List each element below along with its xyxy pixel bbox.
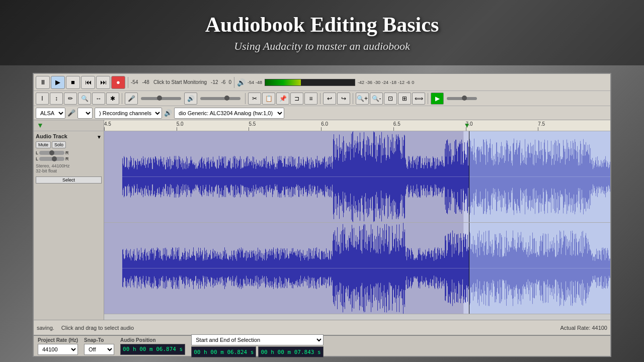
vu-zero: 0 <box>412 80 414 85</box>
input-vu-db1: -12 <box>211 79 218 85</box>
sub-title: Using Audacity to master an audiobook <box>234 40 410 53</box>
mic-level-button[interactable]: 🎤 <box>125 93 138 105</box>
device-toolbar: ALSA 🎤 ) Recording channels 🔊 dio Generi… <box>34 106 610 120</box>
cut-button[interactable]: ✂ <box>248 93 261 105</box>
solo-button[interactable]: Solo <box>52 141 66 148</box>
saving-status: saving. <box>37 325 54 331</box>
hint-text: Click and drag to select audio <box>61 325 134 331</box>
audacity-window: ⏸ ▶ ■ ⏮ ⏭ ● -54 -48 Click to Start Monit… <box>33 73 611 357</box>
selection-times: 00 h 00 m 06.824 s 00 h 00 m 07.843 s <box>191 346 323 357</box>
input-vu-db3: 0 <box>228 79 231 85</box>
start-marker-icon: ▼ <box>37 121 44 129</box>
trim-button[interactable]: ⊐ <box>290 93 303 105</box>
input-vu-db2: -6 <box>221 79 226 85</box>
speaker-icon: 🔊 <box>237 78 246 86</box>
waveform-canvas-bottom <box>104 223 610 314</box>
play-at-speed-button[interactable]: ▶ <box>431 93 444 105</box>
stop-button[interactable]: ■ <box>66 76 80 89</box>
status-bar: saving. Click and drag to select audio A… <box>34 320 610 335</box>
waveform-area[interactable]: 0.4 0.3 0.2 0.1 0.0 -0.1 -0.2 -0.3 -0.5 <box>104 131 610 320</box>
undo-button[interactable]: ↩ <box>323 93 336 105</box>
draw-tool-button[interactable]: ✏ <box>64 93 77 105</box>
redo-button[interactable]: ↪ <box>337 93 350 105</box>
ruler-line-6.0 <box>321 127 321 131</box>
timeshift-tool-button[interactable]: ↔ <box>92 93 105 105</box>
input-device-select[interactable] <box>77 108 93 119</box>
zoom-in-button[interactable]: 🔍+ <box>356 93 369 105</box>
input-level-slider[interactable] <box>141 97 181 100</box>
project-rate-select[interactable]: 44100 <box>38 344 78 355</box>
input-level-thumb[interactable] <box>157 96 162 101</box>
output-level-slider[interactable] <box>200 97 240 100</box>
mute-button[interactable]: Mute <box>36 141 51 148</box>
copy-button[interactable]: 📋 <box>262 93 275 105</box>
input-vu-label2: -48 <box>142 79 149 85</box>
ruler-tick-6.5: 6.5 <box>393 121 400 127</box>
zoom-sel-button[interactable]: ⊡ <box>384 93 397 105</box>
click-to-monitor[interactable]: Click to Start Monitoring <box>153 79 207 85</box>
input-vu-label: -54 <box>131 79 138 85</box>
selection-mode-select[interactable]: Start and End of Selection <box>191 334 323 345</box>
zoom-tool-button[interactable]: 🔍 <box>78 93 91 105</box>
ruler-line-5.0 <box>177 127 177 131</box>
output-vu-meter: -54 -48 -42 -36 -30 -24 -18 -12 -6 0 <box>248 79 414 86</box>
tool-sep-5 <box>428 93 428 104</box>
play-button[interactable]: ▶ <box>51 76 65 89</box>
zoom-out-button[interactable]: 🔍- <box>370 93 383 105</box>
ruler-line-5.5 <box>249 127 249 131</box>
selection-end-time: 00 h 00 m 07.843 s <box>258 346 323 357</box>
select-tool-button[interactable]: I <box>36 93 49 105</box>
zoom-max-button[interactable]: ⟺ <box>412 93 425 105</box>
gain-r-label: R <box>65 150 69 155</box>
silence-button[interactable]: ≡ <box>304 93 317 105</box>
vu-neg30: -30 <box>374 80 380 85</box>
pan-r-label: R <box>65 156 69 161</box>
horizontal-scrollbar[interactable] <box>104 314 610 320</box>
track-info-bit: 32-bit float <box>36 168 102 173</box>
skip-start-button[interactable]: ⏮ <box>81 76 95 89</box>
speaker-device-icon: 🔊 <box>164 109 172 117</box>
vu-neg48: -48 <box>256 80 262 85</box>
pan-l-label: L <box>36 156 38 161</box>
select-track-button[interactable]: Select <box>36 176 102 184</box>
toolbar-separator-1 <box>128 77 128 88</box>
zoom-fit-button[interactable]: ⊞ <box>398 93 411 105</box>
main-content-area: Audio Track ▼ Mute Solo L R L <box>34 131 610 320</box>
audio-position-group: Audio Position 00 h 00 m 06.874 s <box>120 337 185 355</box>
play-speed-thumb[interactable] <box>462 96 467 101</box>
ruler-line-6.5 <box>393 127 394 131</box>
output-speaker-button[interactable]: 🔊 <box>184 93 197 105</box>
envelope-tool-button[interactable]: ↕ <box>50 93 63 105</box>
gain-slider[interactable] <box>39 151 64 155</box>
gain-l-label: L <box>36 150 38 155</box>
pan-slider[interactable] <box>39 157 64 161</box>
ruler-tick-5.0: 5.0 <box>177 121 184 127</box>
output-device-select[interactable]: dio Generic: ALC3204 Analog (hw:1,0) <box>174 108 284 119</box>
play-speed-slider[interactable] <box>447 97 477 100</box>
multi-tool-button[interactable]: ✱ <box>106 93 119 105</box>
waveform-top-channel[interactable]: 0.4 0.3 0.2 0.1 0.0 -0.1 -0.2 -0.3 -0.5 <box>104 131 610 222</box>
snap-to-select[interactable]: Off <box>84 344 114 355</box>
ruler-line-7.5 <box>538 127 538 131</box>
driver-select[interactable]: ALSA <box>36 108 65 119</box>
tool-sep-3 <box>320 93 320 104</box>
record-button[interactable]: ● <box>111 76 125 89</box>
vu-neg18: -18 <box>390 80 396 85</box>
transport-toolbar: ⏸ ▶ ■ ⏮ ⏭ ● -54 -48 Click to Start Monit… <box>34 74 610 91</box>
output-level-thumb[interactable] <box>224 96 229 101</box>
recording-channels-select[interactable]: ) Recording channels <box>95 108 162 119</box>
pause-button[interactable]: ⏸ <box>36 76 50 89</box>
skip-end-button[interactable]: ⏭ <box>96 76 110 89</box>
track-label-panel: Audio Track ▼ Mute Solo L R L <box>34 131 104 320</box>
ruler-line-4.5 <box>104 127 105 131</box>
mic-icon: 🎤 <box>67 109 75 117</box>
track-control-buttons: Mute Solo <box>36 141 102 148</box>
paste-button[interactable]: 📌 <box>276 93 289 105</box>
gain-thumb <box>49 150 54 155</box>
pan-control: L R <box>36 156 102 161</box>
waveform-bottom-channel[interactable]: 0.4 0.3 0.2 0.1 0.0 -0.1 -0.2 -0.3 -0.5 <box>104 222 610 314</box>
bottom-bar: Project Rate (Hz) 44100 Snap-To Off Audi… <box>34 335 610 356</box>
tool-sep-2 <box>245 93 246 104</box>
track-menu-arrow[interactable]: ▼ <box>97 134 102 140</box>
vu-neg24: -24 <box>382 80 388 85</box>
